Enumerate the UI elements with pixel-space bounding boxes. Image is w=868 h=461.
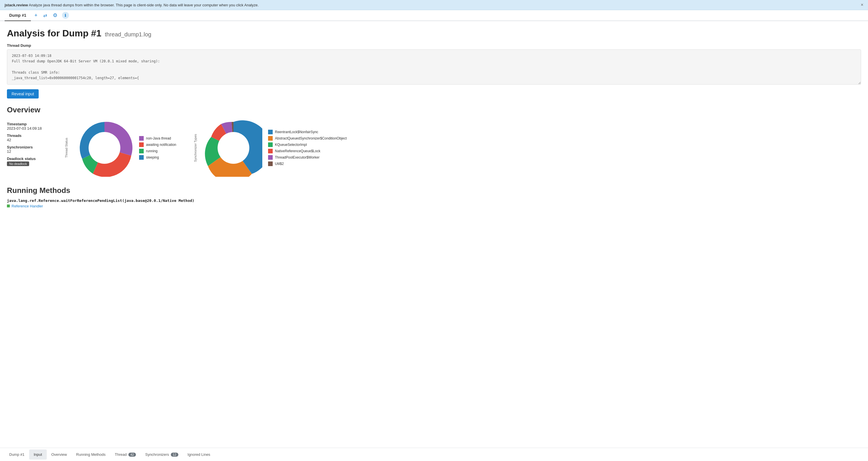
- legend-non-java: non-Java thread: [139, 136, 176, 141]
- banner-close[interactable]: ×: [861, 2, 863, 7]
- legend-label-aqs: AbstractQueuedSynchronizer$ConditionObje…: [275, 136, 347, 140]
- legend-label-threadpool: ThreadPoolExecutor$Worker: [275, 155, 320, 160]
- legend-label-kqueue: KQueueSelectorImpl: [275, 143, 307, 147]
- synchronizer-types-label: Synchronizer Types: [194, 134, 197, 162]
- reveal-input-button[interactable]: Reveal input: [7, 89, 39, 98]
- deadlock-badge: No deadlock: [7, 162, 29, 166]
- legend-color-util2: [268, 162, 273, 166]
- legend-color-native-ref: [268, 149, 273, 153]
- overview-title: Overview: [7, 106, 861, 114]
- legend-util2: Util$2: [268, 162, 347, 166]
- legend-color-threadpool: [268, 155, 273, 160]
- deadlock-label: Deadlock status: [7, 156, 53, 161]
- legend-color-aqs: [268, 136, 273, 141]
- running-methods-title: Running Methods: [7, 186, 861, 195]
- legend-label-util2: Util$2: [275, 162, 284, 166]
- compare-button[interactable]: ⇄: [42, 11, 48, 19]
- synchronizers-label: Synchronizers: [7, 145, 53, 149]
- tab-dump1[interactable]: Dump #1: [5, 10, 31, 21]
- legend-label-reentrant: ReentrantLock$NonfairSync: [275, 130, 318, 134]
- ref-dot-icon: [7, 204, 10, 207]
- synchronizer-legend: ReentrantLock$NonfairSync AbstractQueued…: [268, 130, 347, 166]
- top-tab-bar: Dump #1 + ⇄ ⚙ ℹ: [0, 10, 868, 21]
- banner-message: Analyze java thread dumps from within th…: [28, 3, 258, 7]
- thread-dump-line4: Threads class SMR info:: [12, 70, 856, 76]
- threads-label: Threads: [7, 134, 53, 138]
- legend-label-awaiting: awaiting notification: [146, 143, 176, 147]
- top-banner: jstack.review Analyze java thread dumps …: [0, 0, 868, 10]
- page-title-text: Analysis for Dump #1: [7, 28, 101, 39]
- settings-button[interactable]: ⚙: [52, 11, 59, 20]
- charts-area: Thread Status: [65, 119, 347, 177]
- legend-native-ref: NativeReferenceQueue$Lock: [268, 149, 347, 153]
- thread-status-donut: [75, 119, 133, 177]
- thread-dump-line5: _java_thread_list=0x000060000001754c20, …: [12, 76, 856, 81]
- legend-color-awaiting: [139, 142, 144, 147]
- thread-status-label: Thread Status: [65, 138, 68, 158]
- overview-layout: Timestamp 2023-07-03 14:09:18 Threads 42…: [7, 119, 861, 177]
- legend-threadpool: ThreadPoolExecutor$Worker: [268, 155, 347, 160]
- method-signature-1: java.lang.ref.Reference.waitForReference…: [7, 198, 861, 203]
- legend-running: running: [139, 149, 176, 153]
- thread-dump-label: Thread Dump: [7, 43, 861, 48]
- legend-aqs: AbstractQueuedSynchronizer$ConditionObje…: [268, 136, 347, 141]
- ref-handler-label: Reference Handler: [11, 204, 43, 208]
- main-content: Analysis for Dump #1 thread_dump1.log Th…: [0, 21, 868, 448]
- legend-label-sleeping: sleeping: [146, 155, 159, 160]
- page-filename: thread_dump1.log: [105, 31, 151, 38]
- legend-kqueue: KQueueSelectorImpl: [268, 142, 347, 147]
- legend-reentrant: ReentrantLock$NonfairSync: [268, 130, 347, 134]
- legend-label-non-java: non-Java thread: [146, 136, 171, 140]
- thread-dump-box: 2023-07-03 14:09:18 Full thread dump Ope…: [7, 49, 861, 85]
- thread-dump-line1: 2023-07-03 14:09:18: [12, 53, 856, 59]
- legend-color-sleeping: [139, 155, 144, 160]
- info-button[interactable]: ℹ: [62, 12, 69, 19]
- thread-dump-line2: Full thread dump OpenJDK 64-Bit Server V…: [12, 59, 856, 64]
- page-title: Analysis for Dump #1 thread_dump1.log: [7, 28, 861, 39]
- timestamp-label: Timestamp: [7, 122, 53, 126]
- timestamp-value: 2023-07-03 14:09:18: [7, 126, 53, 131]
- legend-label-running: running: [146, 149, 158, 153]
- thread-dump-line3: [12, 64, 856, 69]
- legend-label-native-ref: NativeReferenceQueue$Lock: [275, 149, 320, 153]
- thread-status-chart-wrapper: Thread Status: [65, 119, 176, 177]
- synchronizer-types-donut: [205, 119, 262, 177]
- banner-site: jstack.review: [5, 3, 28, 7]
- reference-handler-link[interactable]: Reference Handler: [7, 204, 861, 208]
- tab-actions: + ⇄ ⚙ ℹ: [33, 11, 69, 20]
- legend-color-kqueue: [268, 142, 273, 147]
- legend-color-non-java: [139, 136, 144, 141]
- svg-point-1: [218, 132, 249, 164]
- legend-awaiting: awaiting notification: [139, 142, 176, 147]
- banner-text: jstack.review Analyze java thread dumps …: [5, 3, 258, 7]
- threads-value: 42: [7, 138, 53, 142]
- legend-color-running: [139, 149, 144, 153]
- add-dump-button[interactable]: +: [33, 11, 39, 20]
- synchronizer-types-chart-wrapper: Synchronizer Types: [194, 119, 347, 177]
- thread-status-legend: non-Java thread awaiting notification ru…: [139, 136, 176, 160]
- svg-point-0: [89, 132, 120, 164]
- legend-color-reentrant: [268, 130, 273, 134]
- legend-sleeping: sleeping: [139, 155, 176, 160]
- synchronizers-value: 12: [7, 149, 53, 154]
- overview-stats: Timestamp 2023-07-03 14:09:18 Threads 42…: [7, 119, 53, 166]
